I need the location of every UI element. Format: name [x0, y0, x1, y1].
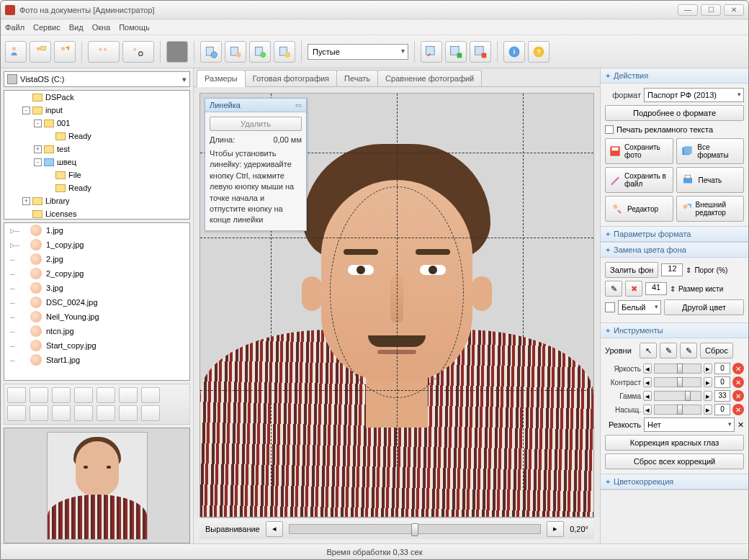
tab-sizes[interactable]: Размеры — [197, 70, 246, 87]
gamma-slider[interactable] — [654, 391, 701, 401]
external-editor-button[interactable]: Внешний редактор — [676, 196, 745, 222]
toolbar-btn-4[interactable] — [88, 41, 120, 63]
ltool-1[interactable] — [7, 387, 26, 403]
levels-reset-button[interactable]: Сброс — [700, 343, 733, 358]
toolbar-help-button[interactable]: ? — [528, 41, 550, 63]
color-select[interactable]: Белый — [618, 300, 661, 315]
ltool-11[interactable] — [74, 405, 93, 421]
sharpness-reset[interactable]: ✕ — [737, 420, 744, 430]
levels-cursor-button[interactable]: ↖ — [640, 343, 657, 358]
adtext-checkbox[interactable] — [605, 125, 614, 134]
panel-colorcorr-header[interactable]: ✦Цветокоррекция — [601, 474, 748, 489]
tree-node[interactable]: File — [4, 168, 189, 181]
contrast-slider[interactable] — [654, 377, 701, 387]
file-item[interactable]: —Neil_Young.jpg — [4, 310, 189, 324]
toolbar-btn-11[interactable] — [445, 41, 467, 63]
threshold-input[interactable]: 12 — [661, 263, 683, 276]
panel-tools-header[interactable]: ✦Инструменты — [601, 323, 748, 338]
contrast-reset[interactable]: ✕ — [732, 376, 744, 388]
toolbar-info-button[interactable]: i — [503, 41, 525, 63]
gamma-reset[interactable]: ✕ — [732, 390, 744, 402]
file-item[interactable]: —Start_copy.jpg — [4, 338, 189, 353]
format-select[interactable]: Паспорт РФ (2013) — [644, 88, 744, 102]
toolbar-btn-8[interactable] — [249, 41, 271, 63]
toolbar-btn-5[interactable] — [122, 41, 154, 63]
ltool-5[interactable] — [97, 387, 115, 403]
tree-node[interactable]: DSPack — [4, 91, 189, 104]
ruler-panel[interactable]: Линейка ▭ Удалить Длина: 0,00 мм Чтобы у… — [205, 98, 307, 231]
file-list[interactable]: ▷—1.jpg▷—1_copy.jpg —2.jpg —2_copy.jpg —… — [4, 222, 190, 381]
canvas[interactable]: Линейка ▭ Удалить Длина: 0,00 мм Чтобы у… — [199, 93, 594, 518]
menu-help[interactable]: Помощь — [119, 23, 150, 32]
other-color-button[interactable]: Другой цвет — [664, 299, 744, 315]
saturation-slider[interactable] — [654, 405, 701, 415]
toolbar-btn-6[interactable] — [200, 41, 222, 63]
toolbar-btn-10[interactable] — [421, 41, 442, 63]
levels-picker1-button[interactable]: ✎ — [660, 343, 677, 358]
tree-node[interactable]: Ready — [4, 130, 189, 143]
menu-service[interactable]: Сервис — [33, 23, 60, 32]
file-item[interactable]: —2.jpg — [4, 252, 189, 266]
file-item[interactable]: —Start1.jpg — [4, 353, 189, 367]
saturation-reset[interactable]: ✕ — [732, 404, 744, 415]
fill-bg-button[interactable]: Залить фон — [605, 262, 658, 278]
menu-file[interactable]: Файл — [5, 23, 24, 32]
tab-finished[interactable]: Готовая фотография — [245, 70, 337, 86]
eraser-x-button[interactable]: ✖ — [625, 281, 642, 297]
tree-node[interactable]: -швец — [4, 155, 189, 168]
toolbar-btn-1[interactable] — [5, 41, 27, 63]
sharpness-select[interactable]: Нет — [644, 417, 735, 432]
reset-all-button[interactable]: Сброс всех коррекций — [605, 453, 744, 469]
align-slider[interactable] — [289, 524, 541, 534]
brightness-slider[interactable] — [654, 363, 701, 374]
minimize-button[interactable]: — — [678, 4, 698, 16]
tree-node[interactable]: Ready — [4, 181, 189, 194]
ruler-delete-button[interactable]: Удалить — [210, 117, 302, 131]
editor-button[interactable]: Редактор — [605, 196, 673, 222]
ltool-6[interactable] — [119, 387, 138, 403]
levels-picker2-button[interactable]: ✎ — [680, 343, 697, 358]
ltool-7[interactable] — [141, 387, 160, 403]
file-item[interactable]: ▷—1_copy.jpg — [4, 238, 189, 252]
file-item[interactable]: ▷—1.jpg — [4, 223, 189, 238]
toolbar-btn-9[interactable] — [274, 41, 295, 63]
toolbar-color-swatch[interactable] — [166, 41, 188, 63]
tab-print[interactable]: Печать — [336, 70, 378, 86]
tree-node[interactable]: -input — [4, 104, 189, 117]
menu-view[interactable]: Вид — [69, 23, 84, 32]
align-right-button[interactable]: ▸ — [547, 521, 564, 537]
redeye-button[interactable]: Коррекция красных глаз — [605, 435, 744, 451]
toolbar-btn-7[interactable] — [225, 41, 246, 63]
folder-tree[interactable]: DSPack-input-001Ready+test-швецFileReady… — [4, 90, 190, 220]
ltool-14[interactable] — [141, 405, 160, 421]
file-item[interactable]: —ntcn.jpg — [4, 324, 189, 338]
close-button[interactable]: ✕ — [724, 4, 744, 16]
save-file-button[interactable]: Сохранить в файл — [605, 167, 673, 193]
eraser-button[interactable]: ✎ — [605, 281, 622, 297]
brightness-reset[interactable]: ✕ — [732, 363, 744, 374]
ltool-8[interactable] — [7, 405, 26, 421]
ltool-12[interactable] — [97, 405, 115, 421]
ruler-close-icon[interactable]: ▭ — [295, 101, 302, 109]
save-photo-button[interactable]: Сохранить фото — [605, 138, 673, 164]
toolbar-btn-3[interactable] — [54, 41, 76, 63]
tree-node[interactable]: Licenses — [4, 207, 189, 220]
more-format-button[interactable]: Подробнее о формате — [605, 105, 744, 121]
tree-node[interactable]: +test — [4, 143, 189, 155]
file-item[interactable]: —3.jpg — [4, 281, 189, 295]
ltool-9[interactable] — [30, 405, 48, 421]
all-formats-button[interactable]: Все форматы — [676, 138, 745, 164]
toolbar-btn-2[interactable] — [30, 41, 51, 63]
ltool-10[interactable] — [52, 405, 71, 421]
ltool-3[interactable] — [52, 387, 71, 403]
toolbar-combo[interactable]: Пустые — [308, 44, 408, 60]
tree-node[interactable]: -001 — [4, 117, 189, 130]
maximize-button[interactable]: ☐ — [701, 4, 721, 16]
file-item[interactable]: —2_copy.jpg — [4, 266, 189, 281]
tree-node[interactable]: +Library — [4, 194, 189, 207]
panel-bgcolor-header[interactable]: ✦Замена цвета фона — [601, 243, 748, 258]
brush-input[interactable]: 41 — [645, 282, 667, 295]
file-item[interactable]: —DSC_0024.jpg — [4, 295, 189, 310]
print-button[interactable]: Печать — [676, 167, 745, 193]
toolbar-btn-12[interactable] — [470, 41, 491, 63]
